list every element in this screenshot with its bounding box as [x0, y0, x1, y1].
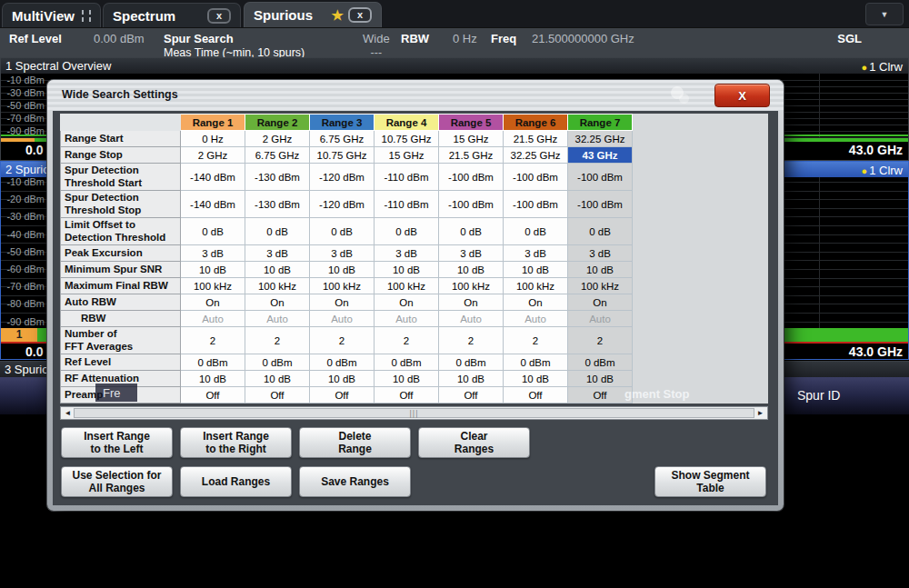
meas-time-field[interactable]: Spur Search Meas Time (~min, 10 spurs)	[164, 32, 305, 59]
range-value-cell[interactable]: 0 dBm	[568, 354, 633, 371]
tab-multiview[interactable]: MultiView	[2, 3, 101, 27]
range-value-cell[interactable]: Auto	[568, 311, 633, 327]
range-value-cell[interactable]: 32.25 GHz	[568, 131, 633, 147]
range-column-header-2[interactable]: Range 2	[245, 115, 310, 131]
range-value-cell[interactable]: 0 dB	[568, 218, 633, 245]
range-value-cell[interactable]: Off	[504, 387, 568, 404]
range-value-cell[interactable]: -120 dBm	[310, 164, 375, 191]
range-value-cell[interactable]: On	[439, 294, 504, 311]
range-value-cell[interactable]: 10 dB	[310, 371, 375, 387]
range-value-cell[interactable]: 32.25 GHz	[504, 147, 568, 164]
close-icon[interactable]: x	[207, 8, 231, 24]
use-selection-all-ranges-button[interactable]: Use Selection for All Ranges	[61, 466, 173, 497]
range-value-cell[interactable]: 6.75 GHz	[245, 147, 310, 164]
dialog-titlebar[interactable]: Wide Search Settings	[47, 80, 784, 111]
horizontal-scrollbar[interactable]: ◄ ||| ►	[60, 406, 768, 420]
rbw-field[interactable]: RBW	[401, 32, 429, 45]
range-value-cell[interactable]: 100 kHz	[245, 278, 310, 294]
range-value-cell[interactable]: Off	[245, 387, 310, 404]
ref-level-value[interactable]: 0.00 dBm	[94, 32, 145, 45]
insert-range-right-button[interactable]: Insert Range to the Right	[180, 427, 292, 458]
range-value-cell[interactable]: -120 dBm	[310, 191, 375, 218]
range-value-cell[interactable]: 2	[245, 327, 310, 354]
range-value-cell[interactable]: 0 dBm	[310, 354, 375, 371]
range-value-cell[interactable]: 2	[310, 327, 375, 354]
tab-overflow-button[interactable]: ▼	[865, 3, 904, 25]
range-value-cell[interactable]: 15 GHz	[375, 147, 439, 164]
tab-spurious[interactable]: Spurious ★ x	[244, 2, 382, 27]
wide-field[interactable]: Wide ---	[363, 32, 390, 59]
rbw-value[interactable]: 0 Hz	[453, 32, 477, 45]
range-value-cell[interactable]: 3 dB	[504, 245, 568, 262]
range-value-cell[interactable]: 10 dB	[504, 371, 568, 387]
range-value-cell[interactable]: -100 dBm	[568, 191, 633, 218]
range-value-cell[interactable]: 2 GHz	[245, 131, 310, 147]
range-value-cell[interactable]: 3 dB	[245, 245, 310, 262]
range-value-cell[interactable]: 0 dBm	[504, 354, 568, 371]
range-value-cell[interactable]: 10.75 GHz	[310, 147, 375, 164]
range-value-cell[interactable]: 10 dB	[375, 371, 439, 387]
range-value-cell[interactable]: 0 dBm	[181, 354, 245, 371]
range-value-cell[interactable]: 10 dB	[568, 371, 633, 387]
ref-level-field[interactable]: Ref Level	[9, 32, 62, 45]
range-value-cell[interactable]: 2	[439, 327, 504, 354]
range-value-cell[interactable]: Off	[310, 387, 375, 404]
close-icon[interactable]: x	[348, 7, 372, 23]
tab-spectrum[interactable]: Spectrum x	[103, 3, 241, 27]
range-value-cell[interactable]: 21.5 GHz	[504, 131, 568, 147]
range-value-cell[interactable]: 10 dB	[245, 371, 310, 387]
range-column-header-6[interactable]: Range 6	[504, 115, 568, 131]
range-value-cell[interactable]: 2	[504, 327, 568, 354]
range-value-cell[interactable]: 0 dBm	[375, 354, 439, 371]
range-value-cell[interactable]: 0 dBm	[439, 354, 504, 371]
range-value-cell[interactable]: On	[504, 294, 568, 311]
range-value-cell[interactable]: Off	[439, 387, 504, 404]
insert-range-left-button[interactable]: Insert Range to the Left	[61, 427, 173, 458]
range-value-cell[interactable]: 6.75 GHz	[310, 131, 375, 147]
range-value-cell[interactable]: 3 dB	[375, 245, 439, 262]
segment-1-marker[interactable]: 1	[1, 328, 37, 342]
range-value-cell[interactable]: 0 dB	[181, 218, 245, 245]
range-column-header-7[interactable]: Range 7	[568, 115, 633, 131]
range-value-cell[interactable]: 10 dB	[439, 371, 504, 387]
freq-value[interactable]: 21.500000000 GHz	[532, 32, 634, 45]
range-column-header-4[interactable]: Range 4	[375, 115, 439, 131]
scroll-right-icon[interactable]: ►	[754, 408, 766, 418]
range-value-cell[interactable]: Auto	[310, 311, 375, 327]
range-value-cell[interactable]: On	[245, 294, 310, 311]
range-value-cell[interactable]: 10 dB	[375, 262, 439, 278]
range-value-cell[interactable]: 100 kHz	[181, 278, 245, 294]
show-segment-table-button[interactable]: Show Segment Table	[654, 466, 766, 497]
range-column-header-3[interactable]: Range 3	[310, 115, 375, 131]
range-value-cell[interactable]: Auto	[181, 311, 245, 327]
range-value-cell[interactable]: 10 dB	[439, 262, 504, 278]
scrollbar-thumb[interactable]: |||	[74, 408, 754, 418]
range-value-cell[interactable]: 100 kHz	[504, 278, 568, 294]
range-value-cell[interactable]: 0 dB	[439, 218, 504, 245]
range-value-cell[interactable]: 10 dB	[181, 371, 245, 387]
range-value-cell[interactable]: 3 dB	[310, 245, 375, 262]
range-value-cell[interactable]: 100 kHz	[568, 278, 633, 294]
range-value-cell[interactable]: On	[181, 294, 245, 311]
load-ranges-button[interactable]: Load Ranges	[180, 466, 292, 497]
range-value-cell[interactable]: Auto	[375, 311, 439, 327]
range-value-cell[interactable]: -100 dBm	[439, 164, 504, 191]
range-value-cell[interactable]: On	[375, 294, 439, 311]
range-value-cell[interactable]: 10.75 GHz	[375, 131, 439, 147]
range-value-cell[interactable]: 15 GHz	[439, 131, 504, 147]
freq-field[interactable]: Freq	[491, 32, 516, 45]
range-value-cell[interactable]: 0 dB	[245, 218, 310, 245]
range-value-cell[interactable]: 100 kHz	[310, 278, 375, 294]
range-value-cell[interactable]: Off	[181, 387, 245, 404]
range-value-cell[interactable]: 10 dB	[245, 262, 310, 278]
range-value-cell[interactable]: 3 dB	[568, 245, 633, 262]
delete-range-button[interactable]: Delete Range	[299, 427, 411, 458]
range-value-cell[interactable]: 10 dB	[310, 262, 375, 278]
range-value-cell[interactable]: 21.5 GHz	[439, 147, 504, 164]
range-value-cell[interactable]: -100 dBm	[568, 164, 633, 191]
range-value-cell[interactable]: -110 dBm	[375, 164, 439, 191]
range-value-cell[interactable]: Off	[375, 387, 439, 404]
range-value-cell[interactable]: Auto	[245, 311, 310, 327]
range-value-cell[interactable]: 3 dB	[181, 245, 245, 262]
range-value-cell[interactable]: 0 dB	[310, 218, 375, 245]
